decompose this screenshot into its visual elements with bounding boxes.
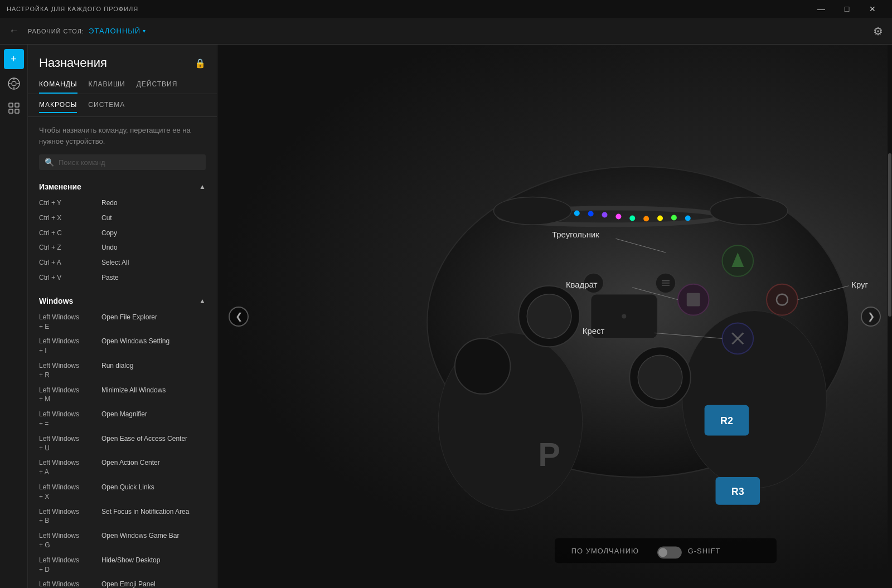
header: ← РАБОЧИЙ СТОЛ: Эталонный ▾ ⚙ <box>0 18 892 45</box>
list-item[interactable]: Left Windows+ AOpen Action Center <box>39 455 206 480</box>
tab-system[interactable]: СИСТЕМА <box>88 98 125 113</box>
search-icon: 🔍 <box>45 158 54 167</box>
svg-rect-7 <box>15 103 19 107</box>
nav-icons: + <box>0 45 28 588</box>
profile-label: РАБОЧИЙ СТОЛ: <box>28 28 84 35</box>
list-item[interactable]: Ctrl + YRedo <box>39 196 206 211</box>
svg-point-20 <box>602 212 608 217</box>
nav-prev-button[interactable]: ❮ <box>229 307 249 327</box>
main-content: + Назначения 🔒 <box>0 45 892 588</box>
triangle-label: Треугольник <box>552 230 599 239</box>
svg-text:R2: R2 <box>720 416 733 427</box>
list-item[interactable]: Left Windows+ GOpen Windows Game Bar <box>39 528 206 553</box>
svg-point-22 <box>629 215 635 221</box>
controller-svg: P <box>217 45 892 588</box>
sidebar-title: Назначения <box>39 56 107 70</box>
list-item[interactable]: Left Windows+ DHide/Show Desktop <box>39 553 206 577</box>
svg-point-24 <box>657 215 663 221</box>
svg-point-51 <box>494 197 571 225</box>
svg-rect-6 <box>9 103 13 107</box>
search-input[interactable] <box>59 158 200 167</box>
section-windows-title: Windows <box>39 297 73 305</box>
list-item[interactable]: Left Windows+ MMinimize All Windows <box>39 383 206 407</box>
list-item[interactable]: Ctrl + ZUndo <box>39 240 206 255</box>
minimize-button[interactable]: — <box>808 0 834 18</box>
commands-list: Изменение ▲ Ctrl + YRedo Ctrl + XCut Ctr… <box>28 177 217 588</box>
titlebar-controls: — □ ✕ <box>808 0 885 18</box>
svg-rect-9 <box>15 109 19 113</box>
profile-dropdown-icon[interactable]: ▾ <box>143 28 146 34</box>
nav-icon-gamepad[interactable] <box>4 74 24 94</box>
list-item[interactable]: Left Windows+ IOpen Windows Setting <box>39 334 206 358</box>
nav-next-button[interactable]: ❯ <box>861 307 881 327</box>
svg-point-12 <box>682 311 827 488</box>
instruction-text: Чтобы назначить команду, перетащите ее н… <box>28 117 217 152</box>
svg-point-28 <box>527 294 571 339</box>
section-changes-toggle: ▲ <box>199 183 206 191</box>
tabs-row-1: КОМАНДЫ КЛАВИШИ ДЕЙСТВИЯ <box>28 76 217 94</box>
back-button[interactable]: ← <box>9 25 19 37</box>
cross-label: Крест <box>583 326 605 336</box>
list-item[interactable]: Left Windows+ .Open Emoji Panel <box>39 577 206 588</box>
section-changes-title: Изменение <box>39 182 81 191</box>
scrollbar-thumb[interactable] <box>888 153 891 317</box>
svg-point-23 <box>643 216 649 221</box>
titlebar-title: НАСТРОЙКА ДЛЯ КАЖДОГО ПРОФИЛЯ <box>7 6 138 12</box>
svg-point-25 <box>671 215 677 220</box>
tabs-row-2: МАКРОСЫ СИСТЕМА <box>28 94 217 117</box>
svg-point-21 <box>615 213 621 219</box>
circle-label: Круг <box>851 280 868 289</box>
sidebar-header: Назначения 🔒 <box>28 45 217 76</box>
game-area: P <box>217 45 892 588</box>
section-changes-header[interactable]: Изменение ▲ <box>39 177 206 196</box>
svg-point-40 <box>767 284 798 315</box>
scrollbar-track[interactable] <box>888 45 892 588</box>
svg-rect-8 <box>9 109 13 113</box>
section-windows-header[interactable]: Windows ▲ <box>39 291 206 310</box>
settings-button[interactable]: ⚙ <box>873 25 883 38</box>
list-item[interactable]: Left Windows+ =Open Magnifier <box>39 407 206 431</box>
sidebar: Назначения 🔒 КОМАНДЫ КЛАВИШИ ДЕЙСТВИЯ МА… <box>28 45 217 588</box>
lock-icon: 🔒 <box>195 58 206 69</box>
list-item[interactable]: Left Windows+ UOpen Ease of Access Cente… <box>39 431 206 456</box>
svg-point-52 <box>710 197 788 225</box>
list-item[interactable]: Ctrl + CCopy <box>39 226 206 241</box>
square-label: Квадрат <box>566 280 598 289</box>
list-item[interactable]: Ctrl + XCut <box>39 211 206 226</box>
tab-commands[interactable]: КОМАНДЫ <box>39 76 77 94</box>
tab-keys[interactable]: КЛАВИШИ <box>89 76 125 94</box>
svg-rect-39 <box>687 293 700 307</box>
list-item[interactable]: Ctrl + ASelect All <box>39 255 206 270</box>
svg-point-26 <box>685 215 691 221</box>
svg-point-18 <box>574 210 580 216</box>
nav-icon-apps[interactable] <box>4 98 24 118</box>
list-item[interactable]: Left Windows+ XOpen Quick Links <box>39 480 206 504</box>
svg-point-1 <box>12 81 16 86</box>
tab-actions[interactable]: ДЕЙСТВИЯ <box>137 76 178 94</box>
close-button[interactable]: ✕ <box>860 0 885 18</box>
section-windows-toggle: ▲ <box>199 297 206 305</box>
profile-name: Эталонный <box>89 27 140 35</box>
gshift-label: G-SHIFT <box>688 547 721 555</box>
svg-point-64 <box>658 548 667 557</box>
list-item[interactable]: Left Windows+ BSet Focus in Notification… <box>39 504 206 529</box>
list-item[interactable]: Left Windows+ RRun dialog <box>39 358 206 383</box>
svg-text:P: P <box>538 436 560 473</box>
svg-point-50 <box>622 314 626 319</box>
list-item[interactable]: Ctrl + VPaste <box>39 270 206 285</box>
list-item[interactable]: Left Windows+ EOpen File Explorer <box>39 310 206 334</box>
nav-icon-add[interactable]: + <box>4 49 24 69</box>
titlebar: НАСТРОЙКА ДЛЯ КАЖДОГО ПРОФИЛЯ — □ ✕ <box>0 0 892 18</box>
svg-point-29 <box>455 338 510 393</box>
section-windows-items: Left Windows+ EOpen File Explorer Left W… <box>39 310 206 588</box>
section-changes-items: Ctrl + YRedo Ctrl + XCut Ctrl + CCopy Ct… <box>39 196 206 285</box>
svg-text:R3: R3 <box>731 486 744 497</box>
svg-point-19 <box>588 211 594 216</box>
svg-point-35 <box>638 355 682 400</box>
maximize-button[interactable]: □ <box>834 0 860 18</box>
search-box: 🔍 <box>39 154 206 170</box>
tab-macros[interactable]: МАКРОСЫ <box>39 98 77 113</box>
default-label: ПО УМОЛЧАНИЮ <box>571 547 639 555</box>
